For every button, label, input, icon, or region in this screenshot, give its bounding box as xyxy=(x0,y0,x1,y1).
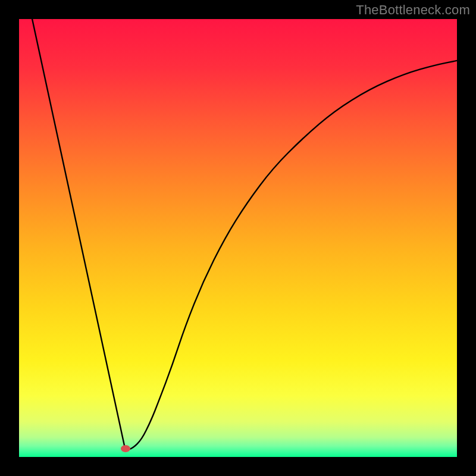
chart-frame: TheBottleneck.com xyxy=(0,0,476,476)
bottleneck-curve xyxy=(19,19,457,457)
optimal-point-marker xyxy=(121,445,130,452)
plot-area xyxy=(19,19,457,457)
watermark-text: TheBottleneck.com xyxy=(356,2,470,18)
